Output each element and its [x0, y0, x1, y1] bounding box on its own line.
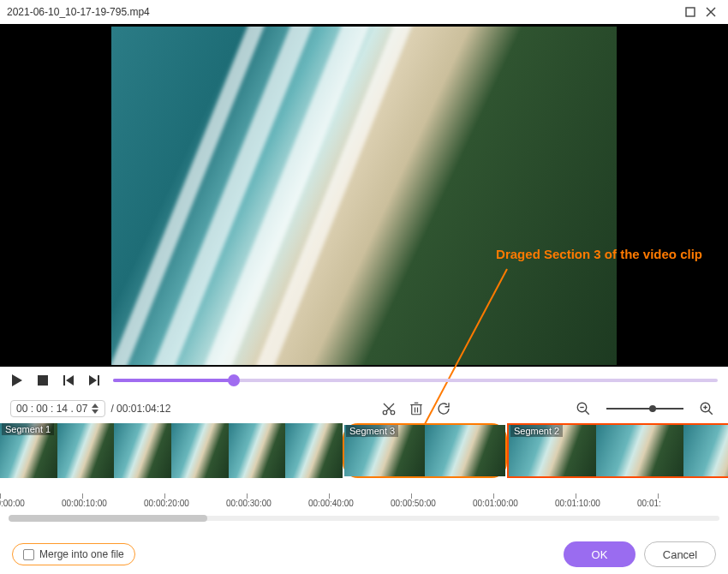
- tick-label: 00:00:00:00: [0, 499, 25, 508]
- ok-button[interactable]: OK: [564, 541, 636, 567]
- timeline-ruler: 00:00:00:00 00:00:10:00 00:00:20:00 00:0…: [0, 492, 728, 512]
- checkbox-icon: [23, 549, 34, 560]
- current-time-input[interactable]: 00 : 00 : 14 . 07: [10, 400, 105, 417]
- svg-marker-11: [92, 410, 98, 414]
- play-button[interactable]: [10, 374, 24, 387]
- tick-label: 00:01:00:00: [473, 499, 518, 508]
- svg-line-25: [708, 410, 713, 415]
- svg-marker-10: [92, 404, 98, 408]
- svg-marker-7: [66, 375, 74, 386]
- prev-frame-button[interactable]: [62, 374, 75, 387]
- time-step-down-button[interactable]: [91, 409, 99, 415]
- window-title: 2021-06-10_10-17-19-795.mp4: [7, 6, 680, 18]
- timeline-scrollbar[interactable]: [9, 516, 719, 521]
- tick-label: 00:00:40:00: [308, 499, 354, 508]
- cut-button[interactable]: [378, 398, 400, 420]
- segment-2[interactable]: Segment 2: [507, 423, 728, 478]
- svg-rect-5: [38, 375, 48, 386]
- tick-label: 00:00:30:00: [226, 499, 272, 508]
- current-time-value: 00 : 00 : 14 . 07: [16, 403, 87, 415]
- tick-label: 00:01:10:00: [555, 499, 600, 508]
- maximize-button[interactable]: [680, 3, 701, 21]
- svg-line-22: [585, 410, 589, 415]
- svg-marker-8: [89, 375, 97, 386]
- tick-label: 00:00:20:00: [144, 499, 189, 508]
- footer: Merge into one file OK Cancel: [0, 535, 728, 574]
- zoom-in-button[interactable]: [695, 398, 718, 420]
- tick-label: 00:01:: [637, 499, 661, 508]
- delete-button[interactable]: [405, 398, 427, 420]
- merge-checkbox[interactable]: Merge into one file: [12, 543, 135, 565]
- cancel-button[interactable]: Cancel: [644, 541, 716, 567]
- timeline[interactable]: Segment 1 Segment 3 Segment 2: [0, 423, 728, 492]
- playback-bar: [0, 367, 728, 394]
- zoom-slider[interactable]: [606, 408, 683, 410]
- stop-button[interactable]: [36, 374, 50, 387]
- segment-2-label: Segment 2: [510, 425, 563, 437]
- next-frame-button[interactable]: [87, 374, 101, 387]
- video-preview: [111, 27, 617, 365]
- reset-button[interactable]: [433, 398, 455, 420]
- svg-rect-6: [63, 375, 65, 386]
- merge-label: Merge into one file: [39, 548, 124, 560]
- segment-1-label: Segment 1: [2, 423, 54, 435]
- playback-slider[interactable]: [113, 379, 718, 382]
- tick-label: 00:00:50:00: [391, 499, 436, 508]
- time-step-up-button[interactable]: [91, 403, 99, 409]
- segment-1[interactable]: Segment 1: [0, 423, 343, 478]
- close-button[interactable]: [701, 3, 721, 21]
- tick-label: 00:00:10:00: [62, 499, 107, 508]
- tool-row: 00 : 00 : 14 . 07 / 00:01:04:12: [0, 394, 728, 423]
- svg-rect-9: [98, 375, 99, 386]
- preview-area: Draged Section 3 of the video clip: [0, 24, 728, 367]
- playback-thumb[interactable]: [228, 374, 240, 386]
- zoom-out-button[interactable]: [572, 398, 594, 420]
- svg-rect-16: [412, 405, 421, 415]
- svg-marker-4: [12, 374, 22, 386]
- svg-rect-0: [686, 8, 695, 16]
- total-time-label: / 00:01:04:12: [110, 403, 170, 415]
- segment-3[interactable]: Segment 3: [343, 423, 507, 478]
- segment-3-label: Segment 3: [346, 425, 398, 437]
- titlebar: 2021-06-10_10-17-19-795.mp4: [0, 0, 728, 24]
